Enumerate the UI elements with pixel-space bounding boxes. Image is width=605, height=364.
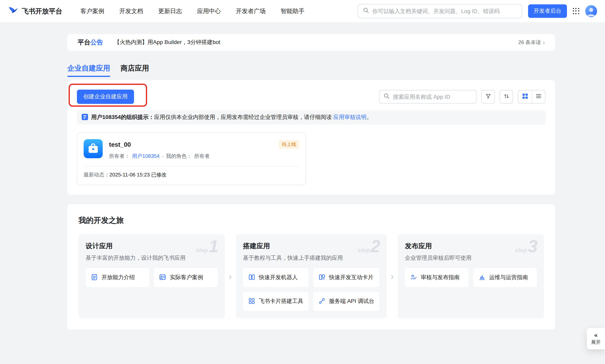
announcement-message: 【火热内测】用App Builder，3分钟搭建bot: [114, 39, 220, 46]
step-number-decoration: step2: [358, 237, 380, 255]
link-api-debugger[interactable]: 服务端 API 调试台: [313, 292, 380, 311]
blocks-icon: [248, 297, 255, 306]
doc-icon: [91, 273, 98, 282]
double-chevron-left-icon: «: [594, 332, 598, 338]
filter-icon: [485, 93, 491, 101]
brand-title: 飞书开放平台: [22, 7, 62, 16]
status-badge: 待上线: [279, 140, 299, 149]
grid-view-icon: [522, 93, 528, 101]
link-ops-guide[interactable]: 运维与运营指南: [473, 268, 537, 287]
list-view-icon: [536, 93, 541, 101]
step-number-decoration: step1: [196, 237, 219, 255]
app-name: test_00: [109, 141, 131, 148]
tab-custom-apps[interactable]: 企业自建应用: [67, 64, 110, 77]
dev-journey-panel: 我的开发之旅 step1 设计应用 基于丰富的开放能力，设计我的飞书应用: [67, 204, 555, 329]
sort-button[interactable]: [500, 90, 513, 104]
person-check-icon: [410, 273, 417, 282]
chevron-right-icon: ›: [386, 234, 398, 318]
create-app-button[interactable]: 创建企业自建应用: [77, 90, 134, 104]
announcement-bar: 平台公告 【火热内测】用App Builder，3分钟搭建bot 26 条未读 …: [67, 34, 555, 51]
owner-link[interactable]: 用户108354: [132, 153, 160, 160]
step-number-decoration: step3: [515, 237, 538, 255]
view-switcher: [518, 90, 546, 104]
app-owner-row: 所有者：用户108354·我的角色：所有者: [109, 153, 299, 160]
apps-toolbar: 创建企业自建应用: [77, 90, 546, 104]
panels-icon: [248, 273, 255, 282]
journey-step-publish: step3 发布应用 企业管理员审核后即可使用 审核与发布指南: [398, 234, 544, 318]
tab-store-apps[interactable]: 商店应用: [120, 64, 149, 77]
bar-chart-icon: [478, 273, 486, 282]
link-card-builder[interactable]: 飞书卡片搭建工具: [243, 292, 309, 311]
filter-button[interactable]: [481, 90, 495, 104]
journey-step-design: step1 设计应用 基于丰富的开放能力，设计我的飞书应用 开放能力介绍: [78, 234, 225, 318]
nav-item-customer-cases[interactable]: 客户案例: [80, 7, 104, 15]
divider: [84, 166, 299, 167]
app-activity-row: 最新动态：2025-11-06 15:23 已修改: [84, 171, 299, 178]
nav-item-ai-assistant[interactable]: 智能助手: [281, 7, 305, 15]
app-card-test_00[interactable]: test_00 待上线 所有者：用户108354·我的角色：所有者 最新动态：2…: [77, 132, 306, 185]
list-view-button[interactable]: [532, 91, 545, 103]
main-nav: 客户案例 开发文档 更新日志 应用中心 开发者广场 智能助手: [80, 7, 305, 15]
journey-step-build: step2 搭建应用 基于教程与工具，快速上手搭建我的应用 快速开发机器人: [236, 234, 387, 318]
step-desc: 企业管理员审核后即可使用: [405, 255, 537, 262]
search-icon: [383, 93, 390, 101]
expander-label: 展开: [591, 339, 601, 346]
developer-console-button[interactable]: 开发者后台: [528, 4, 567, 18]
card-icon: [318, 273, 325, 282]
nav-item-changelog[interactable]: 更新日志: [158, 7, 182, 15]
user-avatar[interactable]: [585, 5, 597, 17]
id-card-icon: [159, 273, 166, 282]
feishu-logo-icon: [8, 5, 19, 17]
brand[interactable]: 飞书开放平台: [8, 5, 62, 17]
nav-item-developer-plaza[interactable]: 开发者广场: [236, 7, 266, 15]
org-notice-text: 用户108354的组织提示：应用仅供本企业内部使用，应用发布需经过企业管理员审核…: [91, 114, 372, 121]
app-icon: [84, 139, 103, 160]
grid-view-button[interactable]: [518, 91, 532, 103]
step-desc: 基于教程与工具，快速上手搭建我的应用: [243, 255, 380, 262]
global-search-input[interactable]: [372, 8, 517, 14]
org-notice-icon: [82, 114, 88, 121]
link-interactive-card[interactable]: 快速开发互动卡片: [313, 268, 380, 287]
link-customer-cases[interactable]: 实际客户案例: [154, 268, 218, 287]
feishu-open-platform-page: 飞书开放平台 客户案例 开发文档 更新日志 应用中心 开发者广场 智能助手 开发…: [0, 0, 605, 364]
chevron-right-icon: ›: [225, 234, 236, 318]
nav-item-app-center[interactable]: 应用中心: [197, 7, 221, 15]
link-review-publish-guide[interactable]: 审核与发布指南: [405, 268, 468, 287]
apps-grid-icon[interactable]: [573, 8, 579, 14]
app-type-tabs: 企业自建应用 商店应用: [67, 64, 555, 77]
link-quick-bot[interactable]: 快速开发机器人: [243, 268, 309, 287]
api-icon: [318, 297, 325, 306]
search-icon: [363, 7, 369, 15]
sidebar-expander[interactable]: « 展开: [587, 328, 605, 349]
step-desc: 基于丰富的开放能力，设计我的飞书应用: [86, 255, 218, 262]
sort-icon: [503, 93, 509, 101]
announcement-label: 平台公告: [78, 38, 103, 47]
app-search-input[interactable]: [393, 94, 472, 100]
apps-panel: 创建企业自建应用: [67, 80, 555, 195]
journey-title: 我的开发之旅: [78, 215, 544, 226]
org-notice-banner: 用户108354的组织提示：应用仅供本企业内部使用，应用发布需经过企业管理员审核…: [77, 110, 546, 125]
nav-item-dev-docs[interactable]: 开发文档: [119, 7, 143, 15]
unread-count[interactable]: 26 条未读 ›: [518, 39, 545, 46]
link-open-capability-intro[interactable]: 开放能力介绍: [86, 268, 149, 287]
chevron-right-icon: ›: [543, 40, 545, 45]
top-navbar: 飞书开放平台 客户案例 开发文档 更新日志 应用中心 开发者广场 智能助手 开发…: [0, 0, 605, 22]
global-search: [358, 4, 522, 18]
review-doc-link[interactable]: 应用审核说明: [333, 114, 367, 120]
app-search: [379, 90, 476, 104]
